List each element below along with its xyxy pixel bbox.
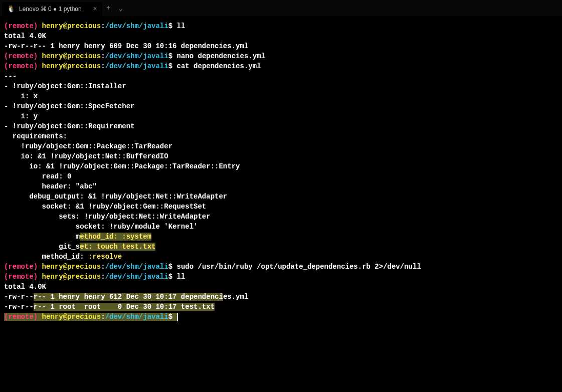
output-line: total 4.0K — [4, 32, 46, 40]
output-line: -rw-r-- — [4, 293, 34, 301]
output-line: !ruby/object:Gem::Package::TarReader — [4, 142, 172, 150]
output-line: --- — [4, 72, 17, 80]
output-line: header: "abc" — [4, 182, 97, 190]
output-line: io: &1 !ruby/object:Gem::Package::TarRea… — [4, 162, 240, 170]
highlight: r-- 1 root root 0 Dec 30 10:17 test.txt — [34, 303, 215, 311]
output-line: - !ruby/object:Gem::SpecFetcher — [4, 102, 134, 110]
output-line: :resolve — [88, 253, 122, 261]
output-line: m — [4, 233, 80, 241]
highlight: ethod_id: :system — [80, 233, 151, 241]
prompt-remote: (remote) — [4, 22, 38, 30]
titlebar: 🐧 Lenovo ⌘ 0 ● 1 python × + ⌄ — [0, 0, 562, 16]
prompt-userhost: henry@precious — [38, 22, 101, 30]
output-line: sets: !ruby/object:Net::WriteAdapter — [4, 213, 211, 221]
output-line: io: &1 !ruby/object:Net::BufferedIO — [4, 152, 168, 160]
command: ll — [177, 273, 185, 281]
output-line: read: 0 — [4, 172, 71, 180]
tab[interactable]: 🐧 Lenovo ⌘ 0 ● 1 python × — [2, 2, 102, 16]
output-line: i: y — [4, 112, 38, 120]
close-icon[interactable]: × — [93, 5, 97, 13]
output-line: total 4.0K — [4, 283, 46, 291]
tab-title: Lenovo ⌘ 0 ● 1 python — [19, 6, 82, 13]
tux-icon: 🐧 — [7, 5, 15, 13]
command: ll — [177, 22, 185, 30]
output-line: -rw-r-- — [4, 303, 34, 311]
highlight: r-- 1 henry henry 612 Dec 30 10:17 depen… — [34, 293, 223, 301]
new-tab-button[interactable]: + — [102, 4, 114, 12]
command: cat dependencies.yml — [177, 62, 261, 70]
prompt-path: /dev/shm/javali — [105, 22, 168, 30]
output-line: method_id: — [4, 253, 88, 261]
output-line: debug_output: &1 !ruby/object:Net::Write… — [4, 192, 227, 201]
output-line: requirements: — [4, 132, 67, 140]
command: sudo /usr/bin/ruby /opt/update_dependenc… — [177, 263, 421, 271]
output-line: - !ruby/object:Gem::Requirement — [4, 122, 134, 130]
output-line: git_s — [4, 243, 80, 251]
command: nano dependencies.yml — [177, 52, 265, 60]
output-line: - !ruby/object:Gem::Installer — [4, 82, 126, 90]
output-line: i: x — [4, 92, 38, 100]
highlight: et: touch test.txt — [80, 243, 155, 251]
output-line: -rw-r--r-- 1 henry henry 609 Dec 30 10:1… — [4, 42, 248, 50]
output-line: socket: !ruby/module 'Kernel' — [4, 223, 198, 231]
cursor — [177, 313, 178, 321]
output-line: socket: &1 !ruby/object:Gem::RequestSet — [4, 203, 206, 211]
tab-dropdown-icon[interactable]: ⌄ — [114, 4, 126, 13]
terminal-output[interactable]: (remote) henry@precious:/dev/shm/javali$… — [0, 16, 562, 327]
